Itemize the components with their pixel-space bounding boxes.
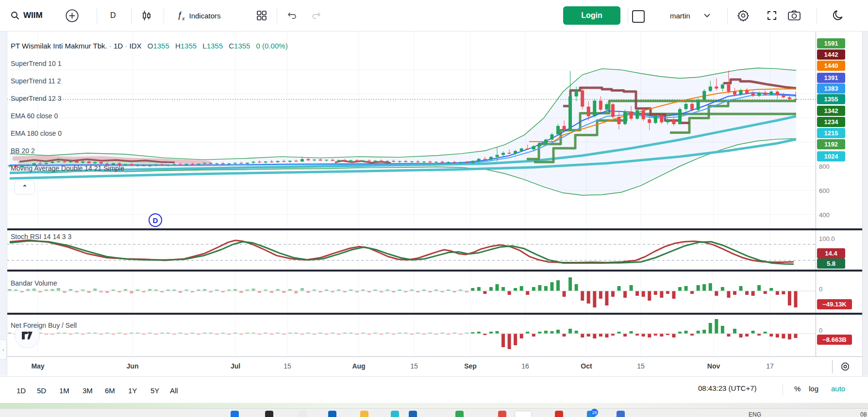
ohlc-close-label: C: [229, 42, 234, 50]
range-button-3m[interactable]: 3M: [81, 384, 95, 397]
price-label: 1442: [817, 49, 845, 60]
range-button-1d[interactable]: 1D: [15, 384, 28, 397]
taskbar-app-icon[interactable]: [409, 411, 417, 417]
axis-settings-gear-icon[interactable]: [832, 360, 858, 373]
axis-price-text: 600: [819, 186, 844, 195]
time-tick: 15: [410, 362, 418, 370]
taskbar-app-icon[interactable]: [498, 411, 506, 417]
taskbar-app-icon[interactable]: [360, 411, 368, 417]
undo-icon[interactable]: [286, 0, 298, 31]
taskbar-app-icon[interactable]: [299, 411, 307, 417]
login-button[interactable]: Login: [563, 6, 620, 25]
pane-divider[interactable]: [7, 270, 862, 272]
price-label: 1440: [817, 61, 845, 71]
time-tick: May: [31, 362, 44, 370]
legend-interval[interactable]: 1D: [114, 42, 123, 50]
time-tick: Jul: [231, 362, 240, 370]
user-menu[interactable]: martin: [670, 0, 710, 31]
axis-price-text: 400: [819, 210, 844, 219]
chart-style-icon[interactable]: [140, 0, 153, 31]
settings-gear-icon[interactable]: [737, 0, 750, 31]
price-label: 1355: [817, 94, 845, 104]
pane-divider[interactable]: [7, 313, 862, 315]
auto-scale-button[interactable]: auto: [828, 384, 848, 393]
bandar-volume-pane[interactable]: [7, 272, 816, 313]
pane-divider[interactable]: [7, 228, 862, 230]
layout-grid-icon[interactable]: [255, 0, 268, 31]
price-scale[interactable]: 1591144214401391138313551342123412151192…: [816, 32, 863, 356]
indicators-label: Indicators: [189, 12, 221, 20]
stoch-rsi-pane[interactable]: [7, 230, 816, 270]
time-tick: Sep: [464, 362, 477, 370]
price-label: 1391: [817, 73, 845, 83]
indicator-row[interactable]: Moving Average Double 14 21 Simple: [11, 164, 124, 172]
price-label: 1383: [817, 83, 845, 94]
bandar-pane-label[interactable]: Bandar Volume: [11, 279, 57, 287]
taskbar-app-icon[interactable]: [265, 411, 273, 417]
search-icon: [11, 11, 19, 20]
bottom-toolbar: 1D5D1M3M6M1Y5YAll 08:43:23 (UTC+7) % log…: [0, 376, 868, 403]
stoch-d-label: 5.8: [817, 258, 845, 269]
legend-exchange[interactable]: IDX: [130, 42, 142, 50]
range-button-6m[interactable]: 6M: [103, 384, 117, 397]
indicators-button[interactable]: ƒx Indicators: [177, 0, 221, 31]
price-label: 1342: [817, 106, 845, 116]
ohlc-close-value: 1355: [234, 42, 250, 50]
range-button-1y[interactable]: 1Y: [126, 384, 139, 397]
range-button-5d[interactable]: 5D: [35, 384, 48, 397]
camera-icon[interactable]: [787, 0, 801, 31]
taskbar-app-icon[interactable]: [555, 411, 563, 417]
interval-button[interactable]: D: [110, 0, 116, 31]
fullscreen-icon[interactable]: [766, 0, 778, 31]
time-axis[interactable]: MayJunJul15Aug15Sep16Oct15Nov17: [0, 356, 868, 376]
range-button-5y[interactable]: 5Y: [149, 384, 161, 397]
dividend-marker[interactable]: D: [149, 213, 162, 227]
taskbar-app-icon[interactable]: [515, 411, 532, 417]
language-indicator[interactable]: ENG: [749, 411, 761, 417]
main-price-pane[interactable]: [7, 32, 816, 228]
taskbar-app-icon[interactable]: [455, 411, 464, 417]
legend-title[interactable]: PT Wismilak Inti Makmur Tbk.: [11, 42, 107, 50]
toolbar-separator: [164, 8, 164, 23]
user-checkbox[interactable]: [632, 10, 645, 23]
username: martin: [670, 12, 690, 20]
taskbar-clock[interactable]: 08: [860, 411, 867, 417]
indicator-row[interactable]: SuperTrend 12 3: [11, 95, 62, 102]
add-symbol-button[interactable]: [66, 0, 79, 31]
stoch-pane-label[interactable]: Stoch RSI 14 14 3 3: [11, 233, 71, 241]
taskbar-app-icon[interactable]: [231, 411, 239, 417]
taskbar-app-icon[interactable]: [328, 411, 336, 417]
taskbar-app-icon[interactable]: [617, 411, 625, 417]
ohlc-low-label: L: [202, 42, 206, 50]
net-foreign-pane[interactable]: [7, 315, 816, 355]
ohlc-low-value: 1355: [207, 42, 223, 50]
indicator-row[interactable]: SuperTrend 10 1: [11, 60, 62, 67]
range-button-all[interactable]: All: [168, 384, 180, 397]
top-toolbar: WIIM D ƒx Indicators: [0, 0, 868, 32]
indicator-row[interactable]: EMA 180 close 0: [11, 129, 62, 137]
drawing-toolbar-handle[interactable]: ‹: [0, 339, 7, 360]
ohlc-high-value: 1355: [181, 42, 197, 50]
log-scale-button[interactable]: log: [806, 384, 821, 393]
scrollbar-strip[interactable]: [862, 32, 868, 376]
range-button-1m[interactable]: 1M: [57, 384, 71, 397]
symbol-legend[interactable]: PT Wismilak Inti Makmur Tbk. · 1D · IDX …: [11, 42, 288, 50]
taskbar-app-icon[interactable]: [391, 411, 399, 417]
ohlc-change: 0 (0.00%): [256, 42, 288, 50]
windows-taskbar[interactable]: 28 ENG 08: [0, 408, 868, 417]
price-label: 1234: [817, 117, 845, 127]
indicator-row[interactable]: BB 20 2: [11, 147, 35, 155]
toolbar-separator: [628, 8, 628, 23]
session-clock[interactable]: 08:43:23 (UTC+7): [698, 384, 756, 392]
toolbar-separator: [817, 8, 817, 23]
bandar-value-label: −49.13K: [817, 299, 852, 309]
time-tick: Nov: [707, 362, 720, 370]
indicator-row[interactable]: SuperTrend 11 2: [11, 77, 61, 85]
percent-scale-button[interactable]: %: [791, 384, 803, 393]
dark-mode-moon-icon[interactable]: [832, 0, 845, 31]
net-foreign-pane-label[interactable]: Net Foreign Buy / Sell: [11, 321, 77, 329]
redo-icon[interactable]: [311, 0, 322, 31]
indicator-row[interactable]: EMA 60 close 0: [11, 112, 58, 120]
symbol-search[interactable]: WIIM: [11, 0, 43, 31]
collapse-indicators-button[interactable]: ⌃: [15, 180, 35, 194]
